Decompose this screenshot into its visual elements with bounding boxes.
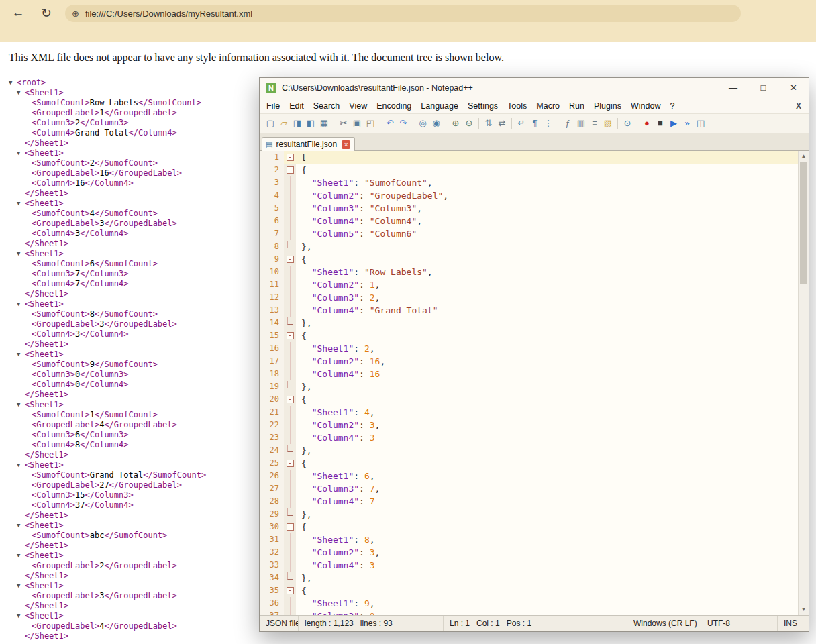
collapse-arrow[interactable]: ▼ xyxy=(17,148,25,158)
code-line[interactable]: 17 "Column2": 16, xyxy=(260,355,809,368)
code-line[interactable]: 25-{ xyxy=(260,457,809,470)
zoom-in-icon[interactable]: ⊕ xyxy=(449,117,462,130)
code-line[interactable]: 31 "Sheet1": 8, xyxy=(260,533,809,546)
fold-minus-icon[interactable]: - xyxy=(287,396,294,403)
tab-close-icon[interactable]: × xyxy=(342,140,350,149)
code-line[interactable]: 10 "Sheet1": "Row Labels", xyxy=(260,266,809,278)
line-number[interactable]: 15 xyxy=(260,329,284,342)
collapse-arrow[interactable]: ▼ xyxy=(17,611,25,621)
code-line[interactable]: 35-{ xyxy=(260,584,809,597)
menu-macro[interactable]: Macro xyxy=(531,101,564,111)
line-number[interactable]: 33 xyxy=(260,559,284,572)
line-number[interactable]: 22 xyxy=(260,419,284,431)
collapse-arrow[interactable]: ▼ xyxy=(17,249,25,259)
scroll-up-arrow[interactable]: ▲ xyxy=(799,152,809,161)
stop-macro-icon[interactable]: ■ xyxy=(654,117,667,130)
line-number[interactable]: 12 xyxy=(260,291,284,304)
zoom-out-icon[interactable]: ⊖ xyxy=(462,117,476,130)
monitoring-eye-icon[interactable]: ⊙ xyxy=(621,117,634,130)
document-map-icon[interactable]: ▥ xyxy=(574,117,588,130)
menu-close-button[interactable]: X xyxy=(788,101,809,111)
copy-icon[interactable]: ▣ xyxy=(350,117,364,130)
code-line[interactable]: 5 "Column3": "Column3", xyxy=(260,202,809,215)
save-icon[interactable]: ◨ xyxy=(291,117,304,130)
minimize-button[interactable]: — xyxy=(718,78,748,98)
code-line[interactable]: 14}, xyxy=(260,317,809,329)
line-number[interactable]: 13 xyxy=(260,304,284,317)
code-line[interactable]: 30-{ xyxy=(260,521,809,533)
code-line[interactable]: 16 "Sheet1": 2, xyxy=(260,342,809,355)
fold-minus-icon[interactable]: - xyxy=(287,587,294,594)
cut-icon[interactable]: ✂ xyxy=(337,117,350,130)
code-line[interactable]: 32 "Column2": 3, xyxy=(260,546,809,559)
fold-collapse-box[interactable]: - xyxy=(284,164,296,176)
line-number[interactable]: 32 xyxy=(260,546,284,559)
line-number[interactable]: 26 xyxy=(260,470,284,482)
menu-encoding[interactable]: Encoding xyxy=(372,101,416,111)
line-number[interactable]: 4 xyxy=(260,189,284,202)
find-icon[interactable]: ◎ xyxy=(416,117,429,130)
code-line[interactable]: 19}, xyxy=(260,380,809,393)
fold-collapse-box[interactable]: - xyxy=(284,521,296,533)
code-line[interactable]: 13 "Column4": "Grand Total" xyxy=(260,304,809,317)
code-line[interactable]: 24}, xyxy=(260,444,809,457)
line-number[interactable]: 25 xyxy=(260,457,284,470)
notepadpp-titlebar[interactable]: N C:\Users\Downloads\resultantFile.json … xyxy=(260,78,809,98)
save-macro-icon[interactable]: ◫ xyxy=(694,117,707,130)
indent-guide-icon[interactable]: ⋮ xyxy=(542,117,555,130)
open-file-icon[interactable]: ▱ xyxy=(277,117,291,130)
redo-icon[interactable]: ↷ xyxy=(397,117,410,130)
collapse-arrow[interactable]: ▼ xyxy=(17,521,25,531)
code-line[interactable]: 22 "Column2": 3, xyxy=(260,419,809,431)
menu-run[interactable]: Run xyxy=(564,101,589,111)
line-number[interactable]: 31 xyxy=(260,533,284,546)
menu-plugins[interactable]: Plugins xyxy=(589,101,626,111)
code-line[interactable]: 18 "Column4": 16 xyxy=(260,368,809,380)
line-number[interactable]: 21 xyxy=(260,406,284,419)
code-line[interactable]: 1-[ xyxy=(260,151,809,164)
fold-minus-icon[interactable]: - xyxy=(287,154,294,161)
collapse-arrow[interactable]: ▼ xyxy=(17,460,25,470)
line-number[interactable]: 34 xyxy=(260,572,284,584)
url-bar[interactable]: ⊕ file:///C:/Users/Downloads/myResultant… xyxy=(65,5,741,22)
record-macro-icon[interactable]: ● xyxy=(640,117,654,130)
line-number[interactable]: 8 xyxy=(260,240,284,253)
code-line[interactable]: 8}, xyxy=(260,240,809,253)
line-number[interactable]: 20 xyxy=(260,393,284,406)
line-number[interactable]: 29 xyxy=(260,508,284,521)
collapse-arrow[interactable]: ▼ xyxy=(17,350,25,360)
fold-collapse-box[interactable]: - xyxy=(284,584,296,597)
menu-edit[interactable]: Edit xyxy=(285,101,309,111)
code-line[interactable]: 3 "Sheet1": "SumofCount", xyxy=(260,176,809,189)
fold-collapse-box[interactable]: - xyxy=(284,457,296,470)
new-file-icon[interactable]: ▢ xyxy=(264,117,277,130)
line-number[interactable]: 3 xyxy=(260,176,284,189)
sync-horizontal-icon[interactable]: ⇄ xyxy=(495,117,509,130)
sync-vertical-icon[interactable]: ⇅ xyxy=(482,117,495,130)
line-number[interactable]: 7 xyxy=(260,227,284,240)
line-number[interactable]: 14 xyxy=(260,317,284,329)
line-number[interactable]: 30 xyxy=(260,521,284,533)
line-number[interactable]: 11 xyxy=(260,278,284,291)
collapse-arrow[interactable]: ▼ xyxy=(17,400,25,410)
status-eol-format[interactable]: Windows (CR LF) xyxy=(627,616,701,631)
fold-collapse-box[interactable]: - xyxy=(284,151,296,164)
undo-icon[interactable]: ↶ xyxy=(383,117,397,130)
line-number[interactable]: 9 xyxy=(260,253,284,266)
replace-icon[interactable]: ◉ xyxy=(429,117,443,130)
line-number[interactable]: 35 xyxy=(260,584,284,597)
code-line[interactable]: 29}, xyxy=(260,508,809,521)
play-macro-icon[interactable]: ▶ xyxy=(667,117,680,130)
line-number[interactable]: 19 xyxy=(260,380,284,393)
fold-collapse-box[interactable]: - xyxy=(284,393,296,406)
collapse-arrow[interactable]: ▼ xyxy=(17,199,25,209)
fold-minus-icon[interactable]: - xyxy=(287,523,294,531)
code-line[interactable]: 33 "Column4": 3 xyxy=(260,559,809,572)
line-number[interactable]: 28 xyxy=(260,495,284,508)
line-number[interactable]: 6 xyxy=(260,215,284,227)
refresh-button[interactable]: ↻ xyxy=(38,5,55,21)
menu-tools[interactable]: Tools xyxy=(503,101,531,111)
code-line[interactable]: 36 "Sheet1": 9, xyxy=(260,597,809,610)
code-line[interactable]: 34}, xyxy=(260,572,809,584)
code-line[interactable]: 9-{ xyxy=(260,253,809,266)
